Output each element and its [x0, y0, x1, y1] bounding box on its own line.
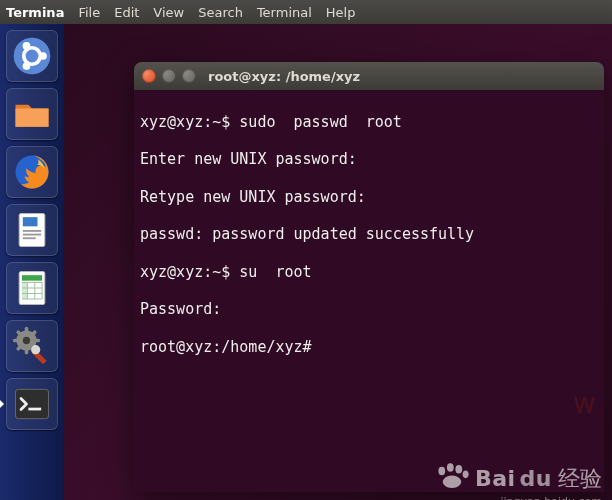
- window-title: root@xyz: /home/xyz: [208, 69, 360, 84]
- window-close-button[interactable]: [142, 69, 156, 83]
- svg-rect-9: [22, 234, 40, 236]
- svg-rect-12: [21, 275, 41, 281]
- launcher-dash[interactable]: [6, 30, 58, 82]
- window-titlebar[interactable]: root@xyz: /home/xyz: [134, 62, 604, 90]
- svg-point-16: [31, 345, 40, 354]
- menu-edit[interactable]: Edit: [114, 5, 139, 20]
- spreadsheet-icon: [10, 266, 54, 310]
- launcher-files[interactable]: [6, 88, 58, 140]
- window-maximize-button[interactable]: [182, 69, 196, 83]
- svg-rect-10: [22, 237, 35, 239]
- svg-point-3: [22, 42, 30, 50]
- gear-wrench-icon: [10, 324, 54, 368]
- svg-point-2: [39, 52, 47, 60]
- svg-rect-8: [22, 230, 40, 232]
- firefox-icon: [10, 150, 54, 194]
- menu-file[interactable]: File: [78, 5, 100, 20]
- terminal-line: Retype new UNIX password:: [140, 188, 598, 207]
- terminal-line: Password:: [140, 300, 598, 319]
- terminal-output[interactable]: xyz@xyz:~$ sudo passwd root Enter new UN…: [134, 90, 604, 492]
- terminal-icon: [10, 382, 54, 426]
- global-menubar: Termina File Edit View Search Terminal H…: [0, 0, 612, 24]
- terminal-window[interactable]: root@xyz: /home/xyz xyz@xyz:~$ sudo pass…: [134, 62, 604, 492]
- terminal-line: root@xyz:/home/xyz#: [140, 338, 598, 357]
- desktop: root@xyz: /home/xyz xyz@xyz:~$ sudo pass…: [64, 24, 612, 500]
- terminal-line: passwd: password updated successfully: [140, 225, 598, 244]
- window-minimize-button[interactable]: [162, 69, 176, 83]
- watermark-sub: jingyan.baidu.com: [500, 495, 602, 500]
- launcher-terminal[interactable]: [6, 378, 58, 430]
- document-writer-icon: [10, 208, 54, 252]
- svg-point-4: [22, 62, 30, 70]
- menubar-appname: Termina: [6, 5, 64, 20]
- launcher-settings[interactable]: [6, 320, 58, 372]
- svg-rect-7: [22, 217, 37, 226]
- launcher-calc[interactable]: [6, 262, 58, 314]
- terminal-line: xyz@xyz:~$ sudo passwd root: [140, 113, 598, 132]
- ubuntu-logo-icon: [10, 34, 54, 78]
- menu-search[interactable]: Search: [198, 5, 243, 20]
- svg-rect-17: [15, 389, 48, 418]
- menu-help[interactable]: Help: [326, 5, 356, 20]
- menu-view[interactable]: View: [153, 5, 184, 20]
- launcher-firefox[interactable]: [6, 146, 58, 198]
- terminal-line: xyz@xyz:~$ su root: [140, 263, 598, 282]
- menu-terminal[interactable]: Terminal: [257, 5, 312, 20]
- svg-rect-13: [21, 283, 26, 300]
- folder-icon: [10, 92, 54, 136]
- svg-rect-18: [28, 408, 41, 411]
- unity-launcher: [0, 24, 64, 500]
- launcher-writer[interactable]: [6, 204, 58, 256]
- terminal-line: Enter new UNIX password:: [140, 150, 598, 169]
- svg-point-15: [22, 337, 29, 344]
